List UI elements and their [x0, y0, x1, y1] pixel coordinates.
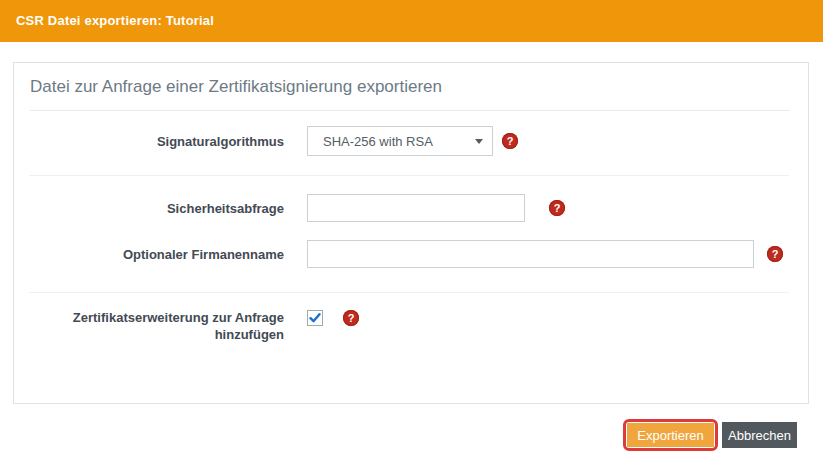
help-icon-signature-algorithm[interactable]: ?: [502, 133, 518, 149]
signature-algorithm-row: Signaturalgorithmus SHA-256 with RSA ?: [28, 126, 794, 156]
cancel-button[interactable]: Abbrechen: [722, 422, 797, 448]
csr-export-form-panel: Datei zur Anfrage einer Zertifikatsignie…: [13, 62, 809, 404]
security-question-row: Sicherheitsabfrage ?: [28, 194, 794, 222]
section-divider: [29, 292, 789, 293]
checkmark-icon: [309, 312, 321, 324]
signature-algorithm-label: Signaturalgorithmus: [28, 133, 284, 150]
security-question-label: Sicherheitsabfrage: [28, 200, 284, 217]
security-question-input[interactable]: [307, 194, 525, 222]
dialog-header: CSR Datei exportieren: Tutorial: [0, 0, 823, 42]
chevron-down-icon: [475, 139, 483, 144]
signature-algorithm-selected-value: SHA-256 with RSA: [323, 134, 433, 149]
form-title: Datei zur Anfrage einer Zertifikatsignie…: [30, 77, 790, 111]
export-button[interactable]: Exportieren: [627, 423, 714, 447]
help-icon-security-question[interactable]: ?: [549, 200, 565, 216]
certificate-extension-label: Zertifikatserweiterung zur Anfrage hinzu…: [28, 309, 284, 343]
signature-algorithm-select[interactable]: SHA-256 with RSA: [307, 126, 493, 156]
certificate-extension-checkbox[interactable]: [307, 310, 323, 326]
section-divider: [29, 175, 789, 176]
company-name-label: Optionaler Firmanenname: [28, 246, 284, 263]
help-icon-certificate-extension[interactable]: ?: [343, 310, 359, 326]
dialog-title: CSR Datei exportieren: Tutorial: [16, 0, 214, 42]
help-icon-company-name[interactable]: ?: [767, 246, 783, 262]
company-name-input[interactable]: [307, 240, 754, 268]
certificate-extension-row: Zertifikatserweiterung zur Anfrage hinzu…: [28, 309, 794, 343]
export-button-highlight-annotation: Exportieren: [623, 419, 718, 451]
company-name-row: Optionaler Firmanenname ?: [28, 240, 794, 268]
